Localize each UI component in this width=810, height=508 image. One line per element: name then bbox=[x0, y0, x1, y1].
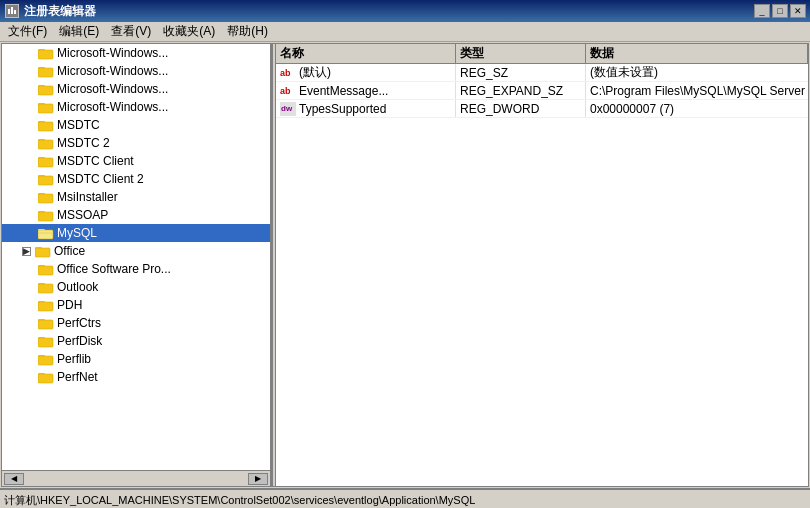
cell-type: REG_EXPAND_SZ bbox=[456, 82, 586, 99]
tree-item-label: PerfNet bbox=[57, 370, 98, 384]
tree-item-mssoap[interactable]: MSSOAP bbox=[2, 206, 270, 224]
tree-item-label: MSSOAP bbox=[57, 208, 108, 222]
tree-item-label: Perflib bbox=[57, 352, 91, 366]
expand-placeholder bbox=[22, 45, 38, 61]
svg-rect-6 bbox=[38, 49, 45, 52]
cell-data: C:\Program Files\MySQL\MySQL Server 5.5\… bbox=[586, 82, 808, 99]
svg-rect-46 bbox=[38, 283, 45, 286]
table-row[interactable]: ab (默认) REG_SZ (数值未设置) bbox=[276, 64, 808, 82]
menu-file[interactable]: 文件(F) bbox=[2, 21, 53, 42]
title-bar: 注册表编辑器 _ □ ✕ bbox=[0, 0, 810, 22]
expand-placeholder bbox=[22, 351, 38, 367]
tree-item-office-software[interactable]: Office Software Pro... bbox=[2, 260, 270, 278]
svg-rect-3 bbox=[11, 7, 13, 14]
scroll-right-button[interactable]: ▶ bbox=[248, 473, 268, 485]
tree-item-mw4[interactable]: Microsoft-Windows... bbox=[2, 98, 270, 116]
tree-item-label: MSDTC Client 2 bbox=[57, 172, 144, 186]
svg-rect-18 bbox=[38, 121, 45, 124]
column-header-name[interactable]: 名称 bbox=[276, 44, 456, 63]
column-header-type[interactable]: 类型 bbox=[456, 44, 586, 63]
tree-item-mw2[interactable]: Microsoft-Windows... bbox=[2, 62, 270, 80]
expand-placeholder bbox=[22, 63, 38, 79]
expand-placeholder bbox=[22, 369, 38, 385]
window-controls: _ □ ✕ bbox=[754, 4, 806, 18]
folder-icon bbox=[38, 100, 54, 114]
folder-icon bbox=[38, 136, 54, 150]
tree-item-label: Microsoft-Windows... bbox=[57, 64, 168, 78]
tree-item-label: MSDTC 2 bbox=[57, 136, 110, 150]
expand-icon[interactable]: ▶ bbox=[22, 247, 31, 256]
tree-item-perfnet[interactable]: PerfNet bbox=[2, 368, 270, 386]
cell-data: 0x00000007 (7) bbox=[586, 100, 808, 117]
tree-item-label: Office Software Pro... bbox=[57, 262, 171, 276]
tree-item-msdtc2[interactable]: MSDTC 2 bbox=[2, 134, 270, 152]
expand-placeholder bbox=[22, 333, 38, 349]
cell-type: REG_DWORD bbox=[456, 100, 586, 117]
tree-item-mw1[interactable]: Microsoft-Windows... bbox=[2, 44, 270, 62]
tree-item-label: MySQL bbox=[57, 226, 97, 240]
cell-type: REG_SZ bbox=[456, 64, 586, 81]
tree-item-msdtclient2[interactable]: MSDTC Client 2 bbox=[2, 170, 270, 188]
tree-item-office[interactable]: ▶ Office bbox=[2, 242, 270, 260]
menu-help[interactable]: 帮助(H) bbox=[221, 21, 274, 42]
svg-rect-40 bbox=[35, 247, 42, 250]
svg-rect-61 bbox=[38, 373, 45, 376]
tree-item-perfctrs[interactable]: PerfCtrs bbox=[2, 314, 270, 332]
folder-open-icon bbox=[38, 226, 54, 240]
status-bar: 计算机\HKEY_LOCAL_MACHINE\SYSTEM\ControlSet… bbox=[0, 488, 810, 508]
tree-item-label: Microsoft-Windows... bbox=[57, 46, 168, 60]
expand-placeholder bbox=[22, 225, 38, 241]
tree-scroll[interactable]: Microsoft-Windows... Microsoft-Windows..… bbox=[2, 44, 270, 470]
expand-placeholder bbox=[22, 117, 38, 133]
table-row[interactable]: dw TypesSupported REG_DWORD 0x00000007 (… bbox=[276, 100, 808, 118]
menu-view[interactable]: 查看(V) bbox=[105, 21, 157, 42]
tree-item-perflib[interactable]: Perflib bbox=[2, 350, 270, 368]
tree-horizontal-scrollbar[interactable]: ◀ ▶ bbox=[2, 470, 270, 486]
column-header-data[interactable]: 数据 bbox=[586, 44, 808, 63]
svg-rect-24 bbox=[38, 157, 45, 160]
tree-item-pdh[interactable]: PDH bbox=[2, 296, 270, 314]
tree-item-label: Office bbox=[54, 244, 85, 258]
tree-item-label: MsiInstaller bbox=[57, 190, 118, 204]
tree-item-msdtc[interactable]: MSDTC bbox=[2, 116, 270, 134]
svg-rect-27 bbox=[38, 175, 45, 178]
folder-icon bbox=[38, 190, 54, 204]
cell-data: (数值未设置) bbox=[586, 64, 808, 81]
svg-rect-15 bbox=[38, 103, 45, 106]
svg-rect-2 bbox=[8, 9, 10, 14]
expand-placeholder bbox=[22, 189, 38, 205]
tree-item-mysql[interactable]: MySQL bbox=[2, 224, 270, 242]
app-icon bbox=[4, 3, 20, 19]
menu-bar: 文件(F) 编辑(E) 查看(V) 收藏夹(A) 帮助(H) bbox=[0, 22, 810, 42]
scroll-left-button[interactable]: ◀ bbox=[4, 473, 24, 485]
menu-favorites[interactable]: 收藏夹(A) bbox=[157, 21, 221, 42]
expand-placeholder bbox=[22, 297, 38, 313]
table-row[interactable]: ab EventMessage... REG_EXPAND_SZ C:\Prog… bbox=[276, 82, 808, 100]
window-title: 注册表编辑器 bbox=[24, 3, 754, 20]
menu-edit[interactable]: 编辑(E) bbox=[53, 21, 105, 42]
expand-placeholder bbox=[22, 135, 38, 151]
tree-item-label: PDH bbox=[57, 298, 82, 312]
folder-icon bbox=[38, 118, 54, 132]
tree-item-label: PerfDisk bbox=[57, 334, 102, 348]
close-button[interactable]: ✕ bbox=[790, 4, 806, 18]
folder-icon bbox=[38, 208, 54, 222]
expand-placeholder bbox=[22, 279, 38, 295]
tree-item-msdtclient[interactable]: MSDTC Client bbox=[2, 152, 270, 170]
tree-item-outlook[interactable]: Outlook bbox=[2, 278, 270, 296]
tree-item-perfdisk[interactable]: PerfDisk bbox=[2, 332, 270, 350]
reg-sz-icon: ab bbox=[280, 66, 296, 80]
tree-item-mw3[interactable]: Microsoft-Windows... bbox=[2, 80, 270, 98]
folder-icon bbox=[38, 262, 54, 276]
expand-placeholder bbox=[22, 315, 38, 331]
tree-item-msiinstaller[interactable]: MsiInstaller bbox=[2, 188, 270, 206]
folder-icon bbox=[38, 154, 54, 168]
folder-icon bbox=[38, 172, 54, 186]
svg-rect-12 bbox=[38, 85, 45, 88]
cell-name: ab EventMessage... bbox=[276, 82, 456, 99]
maximize-button[interactable]: □ bbox=[772, 4, 788, 18]
minimize-button[interactable]: _ bbox=[754, 4, 770, 18]
folder-icon bbox=[38, 280, 54, 294]
table-body: ab (默认) REG_SZ (数值未设置) ab EventMessage..… bbox=[276, 64, 808, 486]
svg-rect-9 bbox=[38, 67, 45, 70]
